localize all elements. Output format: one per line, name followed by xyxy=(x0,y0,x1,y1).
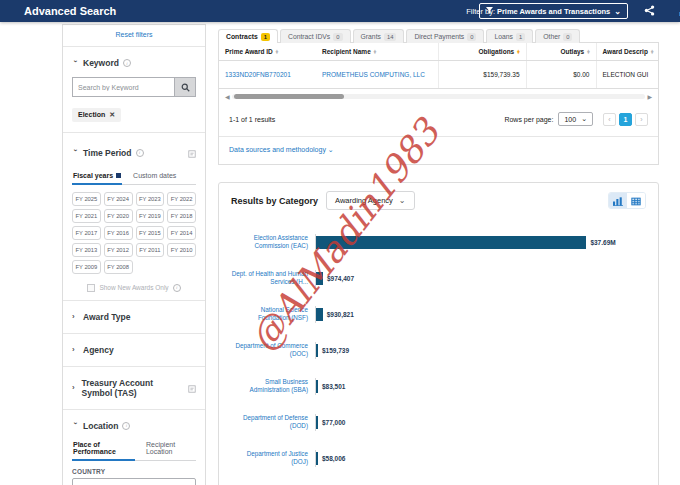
chevron-down-icon: ⌄ xyxy=(614,7,621,16)
cell-link[interactable]: 1333ND20FNB770201 xyxy=(219,61,316,89)
keyword-search-button[interactable] xyxy=(174,77,196,97)
time-period-section-header[interactable]: › Time Period i xyxy=(72,137,196,169)
tab-direct-payments[interactable]: Direct Payments0 xyxy=(406,29,484,43)
horizontal-scrollbar[interactable]: ◀ ▶ xyxy=(225,93,652,100)
sidebar-section-award-type[interactable]: ›Award Type xyxy=(72,305,196,329)
show-new-awards-checkbox[interactable] xyxy=(87,284,95,292)
category-label[interactable]: National Science Foundation (NSF) xyxy=(231,306,315,322)
award-type-filter-dropdown[interactable]: Prime Awards and Transactions ⌄ xyxy=(479,3,628,19)
tab-contracts[interactable]: Contracts1 xyxy=(218,29,278,43)
bar[interactable] xyxy=(316,380,318,393)
sidebar-section-treasury-account-symbol-tas-[interactable]: ›Treasury Account Symbol (TAS) xyxy=(72,371,196,405)
table-view-button[interactable] xyxy=(627,193,645,208)
scrollbar-track[interactable] xyxy=(232,94,646,99)
info-icon: i xyxy=(173,284,181,292)
fiscal-year-pill[interactable]: FY 2011 xyxy=(136,243,165,257)
fiscal-year-pill[interactable]: FY 2008 xyxy=(104,260,133,274)
cell-value: $159,739.35 xyxy=(438,61,526,89)
column-header-outlays[interactable]: Outlays▴▾ xyxy=(526,43,596,61)
time-period-tabs: Fiscal years Custom dates xyxy=(72,170,196,185)
chart-view-button[interactable] xyxy=(609,193,627,208)
cell-link[interactable]: PROMETHEUS COMPUTING, LLC xyxy=(316,61,438,89)
fiscal-year-pill[interactable]: FY 2025 xyxy=(72,192,101,206)
fiscal-year-pill[interactable]: FY 2016 xyxy=(104,226,133,240)
keyword-search-input[interactable] xyxy=(72,77,174,97)
next-page-button[interactable]: › xyxy=(635,113,648,126)
category-dropdown[interactable]: Awarding Agency ⌄ xyxy=(326,191,415,210)
rows-per-page-select[interactable]: 100 ⌄ xyxy=(558,112,593,126)
category-label[interactable]: Dept. of Health and Human Services (H... xyxy=(231,270,315,286)
bar[interactable] xyxy=(316,416,318,429)
category-label[interactable]: Election Assistance Commission (EAC) xyxy=(231,234,315,250)
fiscal-year-pill[interactable]: FY 2012 xyxy=(104,243,133,257)
fiscal-year-pill[interactable]: FY 2020 xyxy=(104,209,133,223)
fiscal-year-pill[interactable]: FY 2015 xyxy=(136,226,165,240)
tab-custom-dates[interactable]: Custom dates xyxy=(132,170,177,184)
fiscal-year-pill[interactable]: FY 2017 xyxy=(72,226,101,240)
sidebar-section-agency[interactable]: ›Agency xyxy=(72,338,196,362)
sort-icon[interactable]: ▴▾ xyxy=(651,50,653,55)
fiscal-year-pill[interactable]: FY 2018 xyxy=(167,209,196,223)
bar-value-label: $159,739 xyxy=(322,347,349,354)
reset-filters-link[interactable]: Reset filters xyxy=(72,29,196,42)
fiscal-year-pill[interactable]: FY 2022 xyxy=(167,192,196,206)
bar[interactable] xyxy=(316,272,323,285)
bar[interactable] xyxy=(316,308,323,321)
bar[interactable] xyxy=(316,452,318,465)
section-title: Treasury Account Symbol (TAS) xyxy=(82,378,184,398)
fiscal-year-pill[interactable]: FY 2024 xyxy=(104,192,133,206)
fiscal-year-pill[interactable]: FY 2023 xyxy=(136,192,165,206)
sort-icon[interactable]: ▴▾ xyxy=(517,50,519,55)
bar-value-label: $83,501 xyxy=(322,383,346,390)
bar[interactable] xyxy=(316,236,586,249)
search-icon xyxy=(181,80,190,95)
fiscal-year-pill[interactable]: FY 2019 xyxy=(136,209,165,223)
tab-count-badge: 0 xyxy=(333,33,342,41)
keyword-tag[interactable]: Election✕ xyxy=(72,108,121,122)
tab-contract-idvs[interactable]: Contract IDVs0 xyxy=(280,29,351,43)
column-header-label: Obligations xyxy=(478,48,514,55)
category-label[interactable]: Department of Commerce (DOC) xyxy=(231,342,315,358)
tab-recipient-location[interactable]: Recipient Location xyxy=(145,439,196,460)
fiscal-year-pill[interactable]: FY 2021 xyxy=(72,209,101,223)
current-page-button[interactable]: 1 xyxy=(619,113,632,126)
remove-tag-icon[interactable]: ✕ xyxy=(109,111,115,119)
time-period-section-title: Time Period xyxy=(83,148,132,158)
column-header-prime-award-id[interactable]: Prime Award ID▴▾ xyxy=(219,43,316,61)
country-select[interactable]: UNITED STATES ⌄ xyxy=(72,478,196,485)
tab-fiscal-years[interactable]: Fiscal years xyxy=(72,170,122,185)
column-header-recipient-name[interactable]: Recipient Name▴▾ xyxy=(316,43,438,61)
column-header-obligations[interactable]: Obligations▴▾ xyxy=(438,43,526,61)
scrollbar-thumb[interactable] xyxy=(234,94,344,99)
sort-icon[interactable]: ▴▾ xyxy=(587,50,589,55)
bar-track: $930,821 xyxy=(315,306,646,323)
category-label[interactable]: Department of Defense (DOD) xyxy=(231,414,315,430)
fiscal-year-pill[interactable]: FY 2010 xyxy=(167,243,196,257)
column-header-award-descrip[interactable]: Award Descrip▴▾ xyxy=(596,43,658,61)
scroll-right-icon[interactable]: ▶ xyxy=(647,93,652,100)
tab-other[interactable]: Other0 xyxy=(535,29,580,43)
sort-icon[interactable]: ▴▾ xyxy=(276,50,278,55)
fiscal-year-pill[interactable]: FY 2013 xyxy=(72,243,101,257)
keyword-tag-label: Election xyxy=(78,111,105,118)
fiscal-year-pill[interactable]: FY 2009 xyxy=(72,260,101,274)
prev-page-button[interactable]: ‹ xyxy=(603,113,616,126)
tab-loans[interactable]: Loans1 xyxy=(486,29,533,43)
sort-icon[interactable]: ▴▾ xyxy=(374,50,376,55)
fiscal-year-pill[interactable]: FY 2014 xyxy=(167,226,196,240)
bar[interactable] xyxy=(316,344,318,357)
scroll-left-icon[interactable]: ◀ xyxy=(225,93,230,100)
data-sources-link[interactable]: Data sources and methodology ⌄ xyxy=(219,137,658,164)
share-button[interactable]: Share xyxy=(642,2,658,22)
tab-place-of-performance-label: Place of Performance xyxy=(73,441,134,455)
country-label: COUNTRY xyxy=(72,468,196,475)
tab-grants[interactable]: Grants14 xyxy=(353,29,405,43)
fiscal-years-checkbox-icon xyxy=(116,173,121,178)
data-sources-label: Data sources and methodology xyxy=(229,146,326,153)
tab-place-of-performance[interactable]: Place of Performance xyxy=(72,439,135,461)
category-label[interactable]: Department of Justice (DOJ) xyxy=(231,450,315,466)
category-label[interactable]: Small Business Administration (SBA) xyxy=(231,378,315,394)
keyword-section-header[interactable]: › Keyword i xyxy=(72,51,196,75)
divider xyxy=(63,366,205,367)
location-section-header[interactable]: › Location i xyxy=(72,414,196,438)
